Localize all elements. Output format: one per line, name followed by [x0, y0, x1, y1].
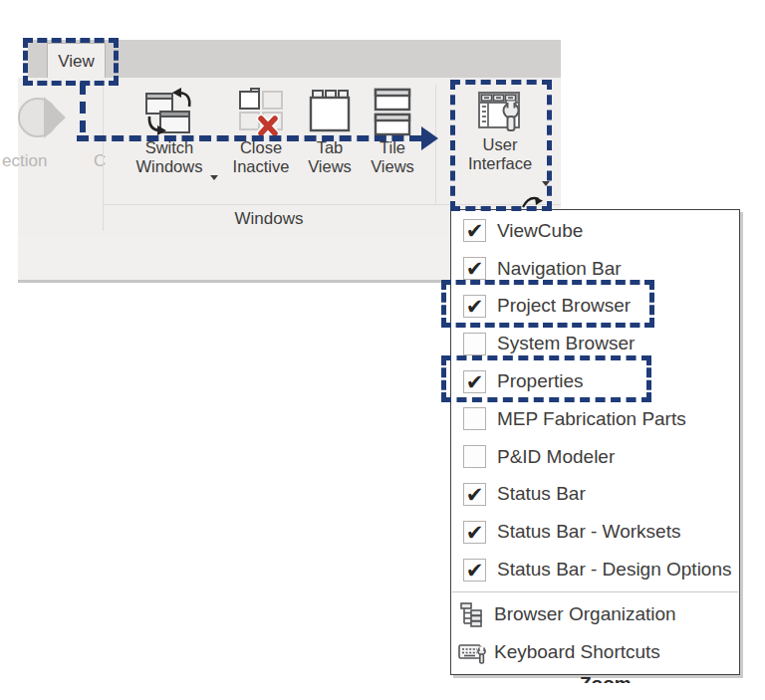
menu-item-label: MEP Fabrication Parts: [497, 408, 686, 430]
menu-item-label: Status Bar: [497, 483, 586, 505]
menu-item-status-bar-worksets[interactable]: ✔Status Bar - Worksets: [451, 513, 739, 551]
close-inactive-icon: [235, 87, 287, 138]
switch-windows-icon: [143, 87, 195, 138]
menu-item-label: P&ID Modeler: [497, 446, 615, 468]
checked-checkbox[interactable]: ✔: [463, 521, 486, 544]
button-label-line2: Views: [371, 157, 414, 176]
unchecked-checkbox[interactable]: [463, 407, 486, 430]
section-tool-arrow-icon: [44, 97, 66, 138]
switch-windows-button[interactable]: Switch Windows: [128, 87, 211, 176]
chevron-down-icon[interactable]: [210, 175, 218, 180]
browser-organization-icon: [458, 601, 486, 627]
annotation-connector-vertical: [80, 83, 86, 132]
keyboard-shortcuts-icon: [458, 639, 486, 665]
menu-item-label: Navigation Bar: [497, 258, 622, 280]
annotation-connector-horizontal: [77, 135, 421, 141]
close-inactive-button[interactable]: Close Inactive: [219, 87, 303, 176]
cropped-label-c: C: [94, 151, 106, 171]
menu-item-label: Status Bar - Design Options: [497, 559, 732, 581]
cropped-label-section: ection: [2, 151, 47, 171]
annotation-arrowhead: [421, 126, 438, 150]
panel-label-windows: Windows: [103, 209, 435, 229]
checked-checkbox[interactable]: ✔: [463, 559, 486, 582]
checked-checkbox[interactable]: ✔: [463, 219, 486, 242]
menu-item-label: Status Bar - Worksets: [497, 521, 680, 543]
revit-view-ribbon-screenshot: View ection C Windows Switch Windows: [0, 0, 765, 700]
tile-views-button[interactable]: Tile Views: [362, 87, 423, 176]
button-label-line2: Views: [308, 157, 352, 176]
annotation-box-project-browser: [441, 280, 654, 328]
tab-views-icon: [304, 87, 356, 138]
menu-item-status-bar[interactable]: ✔Status Bar: [451, 476, 739, 514]
menu-item-p-id-modeler[interactable]: P&ID Modeler: [451, 438, 739, 476]
menu-item-label: Keyboard Shortcuts: [494, 641, 660, 663]
menu-item-viewcube[interactable]: ✔ViewCube: [451, 212, 739, 250]
annotation-box-properties: [441, 355, 651, 402]
menu-item-label: System Browser: [497, 333, 635, 354]
menu-item-label: Browser Organization: [494, 603, 676, 625]
annotation-box-view-tab: [23, 38, 119, 86]
tab-views-button[interactable]: Tab Views: [300, 87, 360, 176]
menu-item-mep-fabrication-parts[interactable]: MEP Fabrication Parts: [451, 400, 739, 438]
checked-checkbox[interactable]: ✔: [463, 483, 486, 506]
button-label-line2: Windows: [136, 157, 203, 176]
checked-checkbox[interactable]: ✔: [463, 257, 486, 280]
unchecked-checkbox[interactable]: [463, 333, 486, 355]
menu-item-browser-organization[interactable]: Browser Organization: [451, 595, 739, 633]
menu-separator: [452, 591, 738, 592]
tile-views-icon: [367, 87, 418, 138]
occluded-zoom-text: Zoom: [580, 674, 649, 683]
menu-item-label: ViewCube: [497, 220, 583, 242]
menu-item-keyboard-shortcuts[interactable]: Keyboard Shortcuts: [451, 633, 739, 671]
unchecked-checkbox[interactable]: [463, 445, 486, 468]
curved-arrow-icon: [521, 191, 549, 213]
button-label-line2: Inactive: [233, 157, 290, 176]
menu-item-status-bar-design-options[interactable]: ✔Status Bar - Design Options: [451, 551, 739, 588]
